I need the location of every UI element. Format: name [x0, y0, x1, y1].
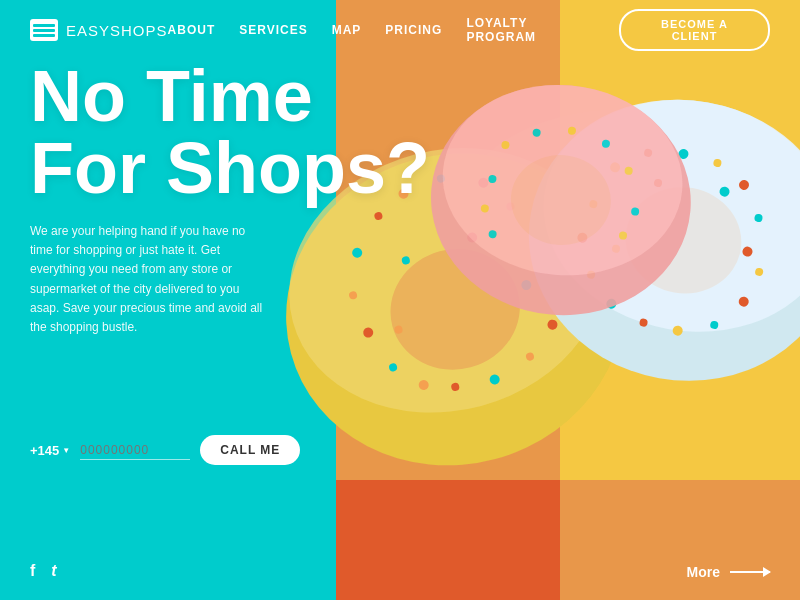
nav-loyalty[interactable]: Loyalty Program [466, 16, 595, 44]
more-arrow-icon [730, 571, 770, 573]
logo[interactable]: EASYSHOPS [30, 19, 168, 41]
nav-services[interactable]: Services [239, 23, 307, 37]
logo-icon [30, 19, 58, 41]
phone-input[interactable] [80, 441, 190, 460]
hero-text-block: No Time For Shops? We are your helping h… [30, 60, 430, 337]
become-client-button[interactable]: Become a Client [619, 9, 770, 51]
facebook-icon[interactable]: f [30, 562, 35, 580]
hero-description: We are your helping hand if you have no … [30, 222, 270, 337]
call-me-button[interactable]: Call Me [200, 435, 300, 465]
more-link[interactable]: More [687, 564, 770, 580]
phone-code: +145 ▼ [30, 443, 70, 458]
social-links: f t [30, 562, 57, 580]
nav-pricing[interactable]: Pricing [385, 23, 442, 37]
hero-title: No Time For Shops? [30, 60, 430, 204]
phone-input-row: +145 ▼ Call Me [30, 435, 300, 465]
navbar: EASYSHOPS About Services Map Pricing Loy… [0, 0, 800, 60]
phone-dropdown-icon[interactable]: ▼ [62, 446, 70, 455]
nav-about[interactable]: About [168, 23, 216, 37]
twitter-icon[interactable]: t [51, 562, 56, 580]
nav-links: About Services Map Pricing Loyalty Progr… [168, 9, 770, 51]
more-label: More [687, 564, 720, 580]
logo-text: EASYSHOPS [66, 22, 168, 39]
nav-map[interactable]: Map [332, 23, 362, 37]
